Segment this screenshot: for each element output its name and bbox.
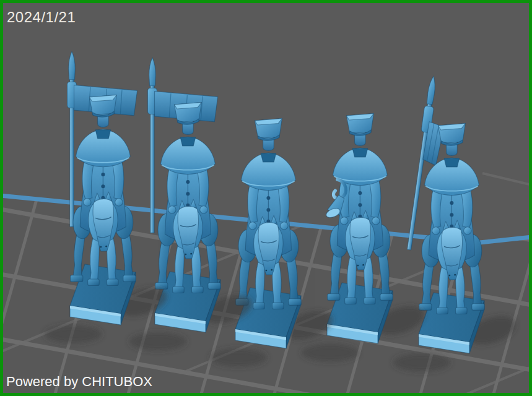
chitubox-watermark: Powered by CHITUBOX [6, 374, 152, 390]
slicer-3d-viewport[interactable]: 2024/1/21 Powered by CHITUBOX [0, 0, 532, 396]
date-overlay: 2024/1/21 [7, 9, 76, 26]
scene-canvas[interactable] [0, 0, 532, 396]
